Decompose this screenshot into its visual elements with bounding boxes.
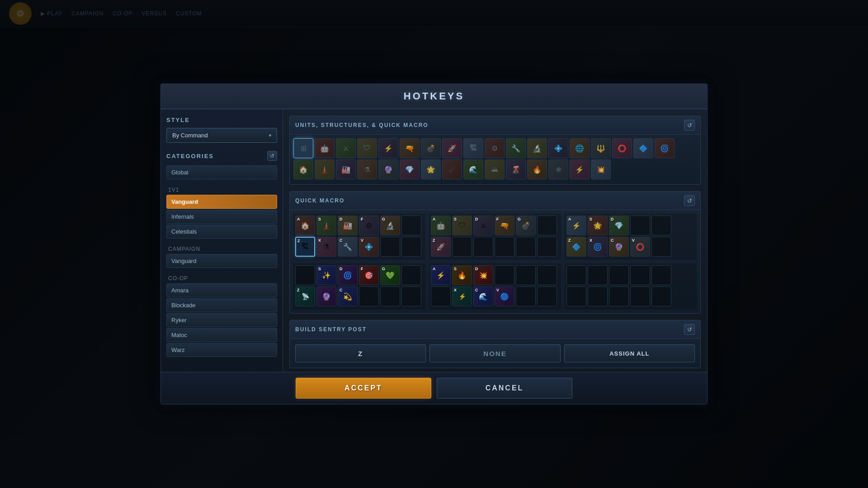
ability-slot-empty10[interactable] (516, 286, 536, 306)
macro-slot-s1[interactable]: S🗼 (316, 216, 336, 235)
unit-icon-8[interactable]: 🏗 (463, 138, 483, 158)
cancel-button[interactable]: CANCEL (437, 378, 572, 399)
macro-slot-empty5[interactable] (452, 237, 472, 257)
ability-slot-empty9[interactable] (431, 286, 451, 306)
unit-icon-4[interactable]: ⚡ (378, 138, 398, 158)
macro-slot-z1[interactable]: Z🏗 (295, 237, 315, 257)
sidebar-item-blockade[interactable]: Blockade (166, 298, 277, 312)
build-reset-button[interactable]: ↺ (684, 324, 695, 335)
ability-slot-3-10[interactable] (651, 286, 671, 306)
macro-slot-empty10[interactable] (630, 216, 650, 235)
unit-icon-34[interactable]: 💥 (591, 160, 611, 179)
macro-slot-empty8[interactable] (516, 237, 536, 257)
ability-slot-3-1[interactable] (566, 265, 586, 285)
ability-slot-a2[interactable]: A⚡ (431, 265, 451, 285)
quick-macro-reset-button[interactable]: ↺ (684, 195, 695, 206)
macro-slot-v1[interactable]: V💠 (359, 237, 379, 257)
unit-icon-29[interactable]: ⛰ (485, 160, 505, 179)
macro-slot-a2[interactable]: A🤖 (431, 216, 451, 235)
macro-slot-x1[interactable]: X⚗ (316, 237, 336, 257)
ability-slot-d2[interactable]: D💥 (473, 265, 493, 285)
ability-slot-empty2[interactable] (401, 265, 421, 285)
unit-icon-12[interactable]: 💠 (548, 138, 568, 158)
categories-reset-button[interactable]: ↺ (267, 151, 277, 161)
unit-icon-13[interactable]: 🌐 (570, 138, 590, 158)
ability-slot-f1[interactable]: F🎯 (359, 265, 379, 285)
ability-slot-3-3[interactable] (609, 265, 629, 285)
unit-icon-2[interactable]: ⚔ (336, 138, 356, 158)
ability-slot-3-2[interactable] (588, 265, 608, 285)
macro-slot-f1[interactable]: F⚙ (359, 216, 379, 235)
unit-icon-28[interactable]: 🌊 (463, 160, 483, 179)
macro-slot-d3[interactable]: D💎 (609, 216, 629, 235)
unit-icon-5[interactable]: 🔫 (400, 138, 420, 158)
macro-slot-d1[interactable]: D🏭 (338, 216, 358, 235)
unit-icon-26[interactable]: 🌟 (421, 160, 441, 179)
macro-slot-empty9[interactable] (537, 237, 557, 257)
macro-slot-g2[interactable]: G💣 (516, 216, 536, 235)
macro-slot-z3[interactable]: Z🔷 (566, 237, 586, 257)
macro-slot-c3[interactable]: C🔮 (609, 237, 629, 257)
unit-icon-33[interactable]: ⚡ (570, 160, 590, 179)
sidebar-item-maloc[interactable]: Maloc (166, 328, 277, 342)
unit-icon-14[interactable]: 🔱 (591, 138, 611, 158)
sidebar-item-campaign-vanguard[interactable]: Vanguard (166, 254, 277, 268)
unit-icon-11[interactable]: 🔬 (527, 138, 547, 158)
accept-button[interactable]: ACCEPT (296, 378, 431, 399)
sidebar-item-amara[interactable]: Amara (166, 283, 277, 297)
ability-slot-3-4[interactable] (630, 265, 650, 285)
ability-slot-3-8[interactable] (609, 286, 629, 306)
unit-icon-7[interactable]: 🚀 (442, 138, 462, 158)
sidebar-item-vanguard[interactable]: Vanguard (166, 195, 277, 209)
unit-icon-30[interactable]: 🌋 (506, 160, 526, 179)
unit-icon-9[interactable]: ⚙ (485, 138, 505, 158)
unit-icon-1[interactable]: 🤖 (315, 138, 335, 158)
macro-slot-empty7[interactable] (495, 237, 514, 257)
macro-slot-empty1[interactable] (401, 216, 421, 235)
sidebar-item-global[interactable]: Global (166, 165, 277, 179)
ability-slot-s2[interactable]: S🔥 (452, 265, 472, 285)
unit-icon-15[interactable]: ⭕ (612, 138, 632, 158)
ability-slot-c2[interactable]: C🌊 (473, 286, 493, 306)
macro-slot-empty11[interactable] (651, 216, 671, 235)
ability-slot-empty7[interactable] (516, 265, 536, 285)
assign-all-button[interactable]: ASSIGN ALL (564, 344, 695, 362)
macro-slot-empty12[interactable] (651, 237, 671, 257)
ability-slot-v2[interactable]: V🔵 (495, 286, 514, 306)
ability-slot-empty3[interactable] (359, 286, 379, 306)
unit-icon-grid[interactable]: ⊞ (293, 138, 313, 158)
unit-icon-24[interactable]: 🔮 (378, 160, 398, 179)
ability-slot-3-5[interactable] (651, 265, 671, 285)
macro-slot-d2[interactable]: D⚔ (473, 216, 493, 235)
ability-slot-d1[interactable]: D🌀 (338, 265, 358, 285)
units-reset-button[interactable]: ↺ (684, 120, 695, 131)
macro-slot-z2[interactable]: Z🚀 (431, 237, 451, 257)
unit-icon-31[interactable]: 🔥 (527, 160, 547, 179)
macro-slot-x3[interactable]: X🌀 (588, 237, 608, 257)
unit-icon-17[interactable]: 🌀 (655, 138, 675, 158)
ability-slot-3-7[interactable] (588, 286, 608, 306)
style-dropdown[interactable]: By Command ▾ (166, 128, 277, 143)
unit-icon-16[interactable]: 🔷 (633, 138, 653, 158)
ability-slot-z1[interactable]: Z📡 (295, 286, 315, 306)
unit-icon-21[interactable]: 🗼 (315, 160, 335, 179)
macro-slot-s2[interactable]: S🛡 (452, 216, 472, 235)
ability-slot-3-6[interactable] (566, 286, 586, 306)
unit-icon-10[interactable]: 🔧 (506, 138, 526, 158)
macro-slot-empty6[interactable] (473, 237, 493, 257)
ability-slot-s1[interactable]: S✨ (316, 265, 336, 285)
unit-icon-27[interactable]: ☄ (442, 160, 462, 179)
macro-slot-empty2[interactable] (380, 237, 400, 257)
macro-slot-g1[interactable]: G🔬 (380, 216, 400, 235)
ability-slot-empty1[interactable] (295, 265, 315, 285)
sidebar-item-ryker[interactable]: Ryker (166, 313, 277, 327)
unit-icon-3[interactable]: 🛡 (357, 138, 377, 158)
ability-slot-empty5[interactable] (401, 286, 421, 306)
ability-slot-x2[interactable]: X⚡ (452, 286, 472, 306)
macro-slot-a1[interactable]: A🏠 (295, 216, 315, 235)
unit-icon-32[interactable]: ❄ (548, 160, 568, 179)
unit-icon-20[interactable]: 🏠 (293, 160, 313, 179)
ability-slot-x1[interactable]: 🔮 (316, 286, 336, 306)
ability-slot-g1[interactable]: G💚 (380, 265, 400, 285)
primary-key-slot[interactable]: Z (295, 344, 426, 362)
